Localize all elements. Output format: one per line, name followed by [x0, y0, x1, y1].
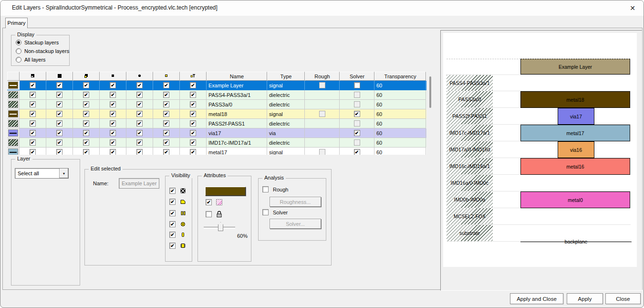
preview-layer-via17[interactable]: via17 [558, 108, 594, 125]
visibility-checkbox[interactable]: ✔ [190, 101, 196, 107]
label-text-column-header[interactable] [180, 72, 207, 81]
visibility-checkbox[interactable]: ✔ [83, 130, 89, 136]
visibility-checkbox[interactable]: ✔ [136, 82, 143, 88]
visibility-checkbox[interactable]: ✔ [56, 92, 62, 98]
visibility-checkbox[interactable]: ✔ [110, 149, 116, 155]
solver-checkbox[interactable]: ✔ [354, 111, 360, 117]
visibility-checkbox[interactable]: ✔ [56, 149, 62, 155]
visibility-checkbox[interactable]: ✔ [110, 92, 116, 98]
visibility-checkbox[interactable]: ✔ [83, 92, 89, 98]
radio-icon[interactable] [16, 40, 21, 45]
visibility-checkbox[interactable]: ✔ [56, 139, 62, 146]
visibility-checkbox[interactable]: ✔ [83, 149, 89, 155]
preview-layer-metal17[interactable]: metal17 [520, 125, 630, 141]
chip-checkbox[interactable]: ✔ [169, 243, 176, 249]
radio-icon[interactable] [16, 48, 21, 54]
visibility-checkbox[interactable]: ✔ [83, 111, 89, 117]
filled-shapes-column-header[interactable] [20, 72, 46, 81]
chevron-down-icon[interactable]: ▼ [59, 169, 68, 178]
type-column-header[interactable]: Type [267, 72, 305, 81]
visibility-checkbox[interactable]: ✔ [163, 82, 169, 88]
table-row[interactable]: ✔ ✔ ✔ ✔ ✔ ✔ ✔ IMD17c-IMD17a/1 dielectric… [7, 138, 426, 148]
paths-checkbox[interactable]: ✔ [169, 210, 176, 216]
visibility-checkbox[interactable]: ✔ [163, 149, 169, 155]
fill-pattern-checkbox[interactable]: ✔ [206, 199, 212, 205]
visibility-checkbox[interactable]: ✔ [56, 101, 62, 107]
visibility-checkbox[interactable]: ✔ [110, 139, 116, 146]
visibility-checkbox[interactable]: ✔ [136, 149, 143, 155]
visibility-checkbox[interactable]: ✔ [30, 130, 36, 136]
visibility-checkbox[interactable]: ✔ [30, 139, 36, 146]
visibility-checkbox[interactable]: ✔ [83, 101, 89, 107]
roughness-button[interactable]: Roughness... [270, 197, 321, 207]
table-row[interactable]: ✔ ✔ ✔ ✔ ✔ ✔ ✔ PASS2f-PASS1 dielectric 60 [7, 119, 426, 128]
visibility-checkbox[interactable]: ✔ [136, 139, 143, 146]
visibility-checkbox[interactable]: ✔ [83, 82, 89, 88]
visibility-checkbox[interactable]: ✔ [30, 111, 36, 117]
close-icon[interactable]: ✕ [626, 3, 639, 13]
visibility-checkbox[interactable]: ✔ [30, 82, 36, 88]
rough-checkbox[interactable] [319, 82, 325, 88]
apply-button[interactable]: Apply [567, 293, 603, 304]
pin-column-header[interactable] [153, 72, 180, 81]
visibility-checkbox[interactable]: ✔ [136, 92, 143, 98]
radio-non-stackup-layers[interactable]: Non-stackup layers [16, 48, 69, 54]
visibility-checkbox[interactable]: ✔ [190, 92, 196, 98]
table-row[interactable]: ✔ ✔ ✔ ✔ ✔ ✔ ✔ Example Layer signal 60 [7, 81, 426, 90]
rough-checkbox[interactable] [319, 111, 325, 117]
preview-layer-metal16[interactable]: metal16 [520, 158, 630, 175]
visibility-checkbox[interactable]: ✔ [110, 101, 116, 107]
visibility-checkbox[interactable]: ✔ [110, 130, 116, 136]
small-rect-column-header[interactable] [100, 72, 126, 81]
visibility-checkbox[interactable]: ✔ [30, 149, 36, 155]
apply-and-close-button[interactable]: Apply and Close [510, 293, 563, 304]
visibility-checkbox[interactable]: ✔ [110, 82, 116, 88]
solver-checkbox[interactable] [354, 120, 360, 127]
rough-checkbox[interactable] [319, 149, 325, 155]
visibility-checkbox[interactable]: ✔ [190, 120, 196, 127]
solver-checkbox[interactable] [354, 139, 360, 146]
table-row[interactable]: ✔ ✔ ✔ ✔ ✔ ✔ ✔ metal18 signal ✔ 60 [7, 109, 426, 119]
solver-checkbox[interactable]: ✔ [354, 130, 360, 136]
visibility-checkbox[interactable]: ✔ [190, 139, 196, 146]
visibility-checkbox[interactable]: ✔ [136, 120, 143, 127]
rough-column-header[interactable]: Rough [305, 72, 340, 81]
layer-color-button[interactable] [205, 187, 246, 196]
preview-layer-metal18[interactable]: metal18 [520, 91, 630, 108]
visibility-checkbox[interactable]: ✔ [190, 130, 196, 136]
lock-checkbox[interactable] [206, 211, 212, 217]
visibility-checkbox[interactable]: ✔ [110, 120, 116, 127]
solver-checkbox[interactable] [354, 92, 360, 98]
visibility-checkbox[interactable]: ✔ [56, 120, 62, 127]
table-row[interactable]: ✔ ✔ ✔ ✔ ✔ ✔ ✔ via17 via ✔ 60 [7, 128, 426, 138]
table-row[interactable]: ✔ ✔ ✔ ✔ ✔ ✔ ✔ PASS3a/0 dielectric 60 [7, 100, 426, 109]
radio-icon[interactable] [16, 57, 21, 63]
visibility-checkbox[interactable]: ✔ [136, 101, 143, 107]
layer-select-combo[interactable]: Select all ▼ [15, 168, 69, 179]
dot-column-header[interactable] [126, 72, 153, 81]
preview-layer-metal0[interactable]: metal0 [520, 191, 630, 208]
visibility-checkbox[interactable]: ✔ [56, 130, 62, 136]
solver-column-header[interactable]: Solver [340, 72, 374, 81]
visibility-checkbox[interactable]: ✔ [190, 82, 196, 88]
filled-shapes-checkbox[interactable]: ✔ [169, 188, 176, 194]
name-column-header[interactable]: Name [207, 72, 267, 81]
visibility-checkbox[interactable]: ✔ [56, 111, 62, 117]
solver-checkbox[interactable]: ✔ [354, 149, 360, 155]
circle-checkbox[interactable]: ✔ [169, 221, 176, 227]
close-button[interactable]: Close [605, 293, 641, 304]
visibility-checkbox[interactable]: ✔ [163, 92, 169, 98]
tab-primary[interactable]: Primary [5, 18, 28, 28]
via-checkbox[interactable]: ✔ [169, 232, 176, 238]
transparency-slider-thumb[interactable] [218, 222, 223, 231]
rough-checkbox[interactable] [262, 186, 269, 192]
visibility-checkbox[interactable]: ✔ [190, 149, 196, 155]
layer-name-field[interactable]: Example Layer [119, 178, 159, 189]
visibility-checkbox[interactable]: ✔ [30, 120, 36, 127]
visibility-checkbox[interactable]: ✔ [136, 130, 143, 136]
solver-checkbox[interactable] [262, 209, 269, 215]
visibility-checkbox[interactable]: ✔ [163, 130, 169, 136]
visibility-checkbox[interactable]: ✔ [56, 82, 62, 88]
table-row[interactable]: ✔ ✔ ✔ ✔ ✔ ✔ ✔ PASS4-PASS3a/1 dielectric … [7, 90, 426, 100]
table-scrollbar[interactable] [429, 76, 431, 108]
